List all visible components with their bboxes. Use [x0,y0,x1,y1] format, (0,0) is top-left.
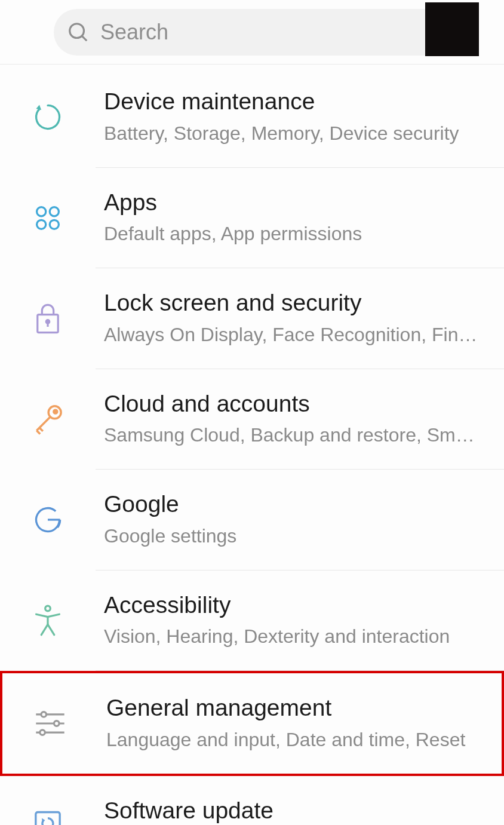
svg-point-9 [50,220,59,229]
item-title: Lock screen and security [104,289,479,318]
item-cloud-accounts[interactable]: Cloud and accounts Samsung Cloud, Backup… [0,369,504,470]
item-title: Google [104,490,479,519]
item-subtitle: Google settings [104,523,479,550]
svg-line-21 [41,624,48,634]
svg-line-1 [82,36,87,41]
item-apps[interactable]: Apps Default apps, App permissions [0,168,504,269]
search-bar[interactable]: Search [54,9,477,56]
item-subtitle: Language and input, Date and time, Reset [106,726,477,753]
item-title: Cloud and accounts [104,390,479,419]
item-subtitle: Samsung Cloud, Backup and restore, Smart… [104,422,479,449]
svg-point-26 [54,721,59,726]
settings-list: Device maintenance Battery, Storage, Mem… [0,65,504,825]
svg-line-16 [39,428,43,431]
item-title: Accessibility [104,591,479,620]
item-subtitle: Battery, Storage, Memory, Device securit… [104,120,479,147]
svg-point-11 [46,320,49,323]
software-update-icon [0,809,96,825]
svg-line-17 [36,431,40,434]
svg-point-19 [45,606,51,611]
item-title: Software update [104,796,479,825]
item-device-maintenance[interactable]: Device maintenance Battery, Storage, Mem… [0,67,504,168]
item-title: General management [106,694,477,723]
sliders-icon [2,709,98,738]
svg-point-0 [70,23,84,38]
item-title: Device maintenance [104,87,479,116]
item-google[interactable]: Google Google settings [0,470,504,571]
svg-line-22 [48,624,54,634]
svg-point-14 [54,410,57,413]
svg-point-6 [37,207,46,216]
item-title: Apps [104,188,479,217]
svg-point-8 [37,220,46,229]
lock-icon [0,302,96,335]
svg-point-28 [40,730,45,735]
google-icon [0,504,96,535]
svg-line-15 [36,417,50,430]
menu-button[interactable] [425,2,479,56]
search-placeholder: Search [100,20,443,45]
item-lock-screen[interactable]: Lock screen and security Always On Displ… [0,268,504,369]
svg-marker-5 [36,105,42,111]
item-subtitle: Always On Display, Face Recognition, Fin… [104,321,479,348]
item-software-update[interactable]: Software update Download updates, Schedu… [0,776,504,825]
key-icon [0,403,96,436]
item-subtitle: Vision, Hearing, Dexterity and interacti… [104,623,479,650]
header-bar: Search [0,0,504,65]
accessibility-icon [0,604,96,637]
item-general-management[interactable]: General management Language and input, D… [0,671,504,776]
apps-icon [0,203,96,234]
device-maintenance-icon [0,102,96,133]
item-subtitle: Default apps, App permissions [104,220,479,247]
svg-point-7 [50,207,59,216]
search-icon [67,21,90,44]
svg-point-24 [41,712,47,717]
item-accessibility[interactable]: Accessibility Vision, Hearing, Dexterity… [0,571,504,671]
